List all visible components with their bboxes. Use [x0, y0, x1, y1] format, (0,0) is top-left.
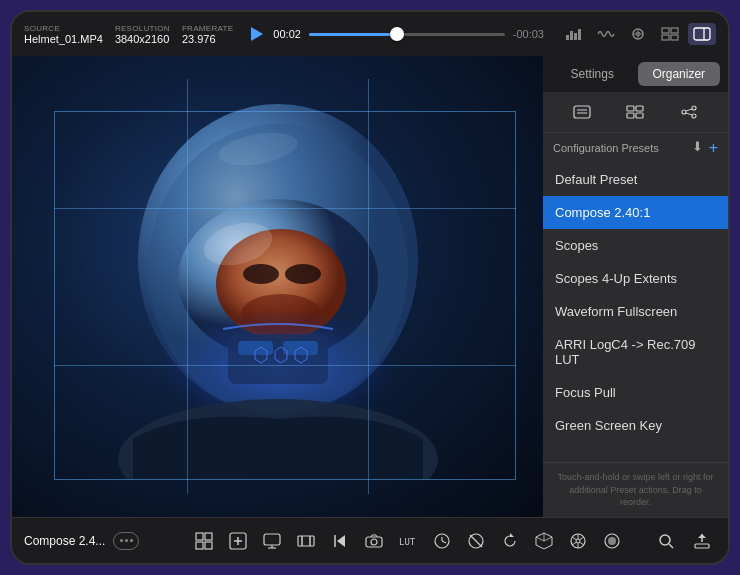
bottom-left: Compose 2.4... [24, 532, 164, 550]
svg-rect-34 [627, 106, 634, 111]
playback-controls: 00:02 -00:03 [249, 26, 544, 42]
tool-record[interactable] [598, 527, 626, 555]
presets-header: Configuration Presets ⬇ + [543, 133, 728, 163]
svg-rect-44 [205, 533, 212, 540]
time-end: -00:03 [513, 28, 544, 40]
play-icon [251, 27, 263, 41]
tool-camera[interactable] [360, 527, 388, 555]
main-content: Settings Organizer [12, 56, 728, 517]
preset-item-focus[interactable]: Focus Pull [543, 376, 728, 409]
play-button[interactable] [249, 26, 265, 42]
scrubber-thumb[interactable] [390, 27, 404, 41]
vectorscope-icon-btn[interactable] [624, 23, 652, 45]
svg-rect-11 [671, 35, 678, 40]
svg-point-80 [608, 537, 616, 545]
framerate-value: 23.976 [182, 33, 233, 45]
histogram-icon-btn[interactable] [560, 23, 588, 45]
device-frame: SOURCE Helmet_01.MP4 RESOLUTION 3840x216… [10, 10, 730, 565]
svg-line-42 [686, 113, 692, 115]
svg-line-78 [573, 537, 577, 540]
presets-actions: ⬇ + [692, 139, 718, 157]
svg-rect-37 [636, 113, 643, 118]
top-bar: SOURCE Helmet_01.MP4 RESOLUTION 3840x216… [12, 12, 728, 56]
preset-list-icon[interactable] [566, 100, 598, 124]
sidebar-tabs: Settings Organizer [543, 56, 728, 92]
more-button[interactable] [113, 532, 139, 550]
tool-grid[interactable] [190, 527, 218, 555]
preset-item-arri[interactable]: ARRI LogC4 -> Rec.709 LUT [543, 328, 728, 376]
svg-rect-25 [283, 341, 318, 355]
svg-rect-36 [627, 113, 634, 118]
svg-rect-46 [205, 542, 212, 549]
svg-point-18 [243, 264, 279, 284]
preset-name-display: Compose 2.4... [24, 534, 105, 548]
grid-preset-icon[interactable] [619, 100, 651, 124]
svg-line-65 [470, 535, 482, 547]
grid-icon-btn[interactable] [656, 23, 684, 45]
svg-line-41 [686, 109, 692, 111]
svg-rect-31 [574, 106, 590, 118]
bottom-bar: Compose 2.4... [12, 517, 728, 563]
svg-rect-10 [662, 35, 669, 40]
svg-line-70 [544, 537, 552, 541]
sidebar: Settings Organizer [543, 56, 728, 517]
svg-point-59 [371, 539, 377, 545]
add-preset-icon[interactable]: + [709, 139, 718, 157]
svg-rect-43 [196, 533, 203, 540]
share-icon[interactable] [673, 100, 705, 124]
resolution-group: RESOLUTION 3840x2160 [115, 24, 170, 45]
tab-settings[interactable]: Settings [551, 62, 634, 86]
waveform-icon-btn[interactable] [592, 23, 620, 45]
dot2 [125, 539, 128, 542]
bottom-right [652, 527, 716, 555]
preset-item-scopes4up[interactable]: Scopes 4-Up Extents [543, 262, 728, 295]
video-area [12, 56, 543, 517]
preset-item-waveform[interactable]: Waveform Fullscreen [543, 295, 728, 328]
tool-lut[interactable]: LUT [394, 527, 422, 555]
svg-line-63 [442, 541, 446, 543]
preset-item-default[interactable]: Default Preset [543, 163, 728, 196]
svg-marker-66 [510, 533, 514, 537]
svg-rect-2 [574, 33, 577, 40]
tool-clock[interactable] [428, 527, 456, 555]
svg-text:LUT: LUT [399, 537, 416, 547]
svg-point-39 [682, 110, 686, 114]
video-frame [12, 56, 543, 517]
scrubber-track[interactable] [309, 33, 505, 36]
dot1 [120, 539, 123, 542]
preset-item-scopes[interactable]: Scopes [543, 229, 728, 262]
framerate-group: FRAMERATE 23.976 [182, 24, 233, 45]
svg-rect-50 [264, 534, 280, 545]
import-icon[interactable]: ⬇ [692, 139, 703, 157]
svg-marker-57 [337, 535, 345, 547]
svg-rect-3 [578, 29, 581, 40]
tool-monitor[interactable] [258, 527, 286, 555]
preset-item-compose[interactable]: Compose 2.40:1 [543, 196, 728, 229]
svg-rect-9 [671, 28, 678, 33]
scrubber-fill [309, 33, 397, 36]
svg-line-74 [580, 537, 584, 540]
sidebar-icon-btn[interactable] [688, 23, 716, 45]
tool-aperture[interactable] [564, 527, 592, 555]
svg-rect-12 [694, 28, 710, 40]
tool-disable[interactable] [462, 527, 490, 555]
source-label: SOURCE [24, 24, 103, 33]
export-button[interactable] [688, 527, 716, 555]
source-group: SOURCE Helmet_01.MP4 [24, 24, 103, 45]
svg-rect-0 [566, 35, 569, 40]
presets-label: Configuration Presets [553, 142, 659, 154]
svg-rect-83 [695, 544, 709, 548]
preset-item-greenscreen[interactable]: Green Screen Key [543, 409, 728, 442]
tool-refresh[interactable] [496, 527, 524, 555]
svg-rect-53 [298, 536, 314, 546]
tool-add[interactable] [224, 527, 252, 555]
svg-line-75 [580, 542, 584, 545]
svg-point-81 [660, 535, 670, 545]
tool-skip-back[interactable] [326, 527, 354, 555]
tool-trim[interactable] [292, 527, 320, 555]
tool-3d[interactable] [530, 527, 558, 555]
time-current: 00:02 [273, 28, 301, 40]
bottom-tools: LUT [164, 527, 652, 555]
tab-organizer[interactable]: Organizer [638, 62, 721, 86]
search-button[interactable] [652, 527, 680, 555]
